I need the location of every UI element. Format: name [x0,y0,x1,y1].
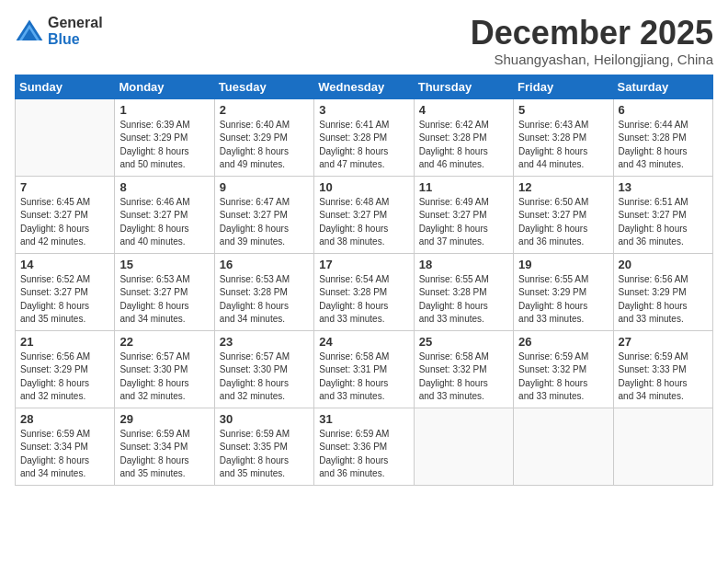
day-number: 20 [619,258,708,271]
calendar-week-4: 21Sunrise: 6:56 AM Sunset: 3:29 PM Dayli… [16,330,713,408]
day-info: Sunrise: 6:56 AM Sunset: 3:29 PM Dayligh… [20,350,109,404]
calendar-cell: 23Sunrise: 6:57 AM Sunset: 3:30 PM Dayli… [214,330,313,408]
day-info: Sunrise: 6:45 AM Sunset: 3:27 PM Dayligh… [20,196,109,249]
day-number: 5 [518,103,608,117]
calendar-week-1: 1Sunrise: 6:39 AM Sunset: 3:29 PM Daylig… [16,98,713,176]
page-header: General Blue December 2025 Shuangyashan,… [15,15,713,67]
logo: General Blue [15,15,103,48]
day-info: Sunrise: 6:49 AM Sunset: 3:27 PM Dayligh… [419,196,508,249]
col-header-sunday: Sunday [16,75,115,98]
calendar-cell: 27Sunrise: 6:59 AM Sunset: 3:33 PM Dayli… [613,330,712,408]
location-title: Shuangyashan, Heilongjiang, China [471,52,713,67]
day-info: Sunrise: 6:59 AM Sunset: 3:34 PM Dayligh… [119,428,209,481]
calendar-cell [16,98,115,176]
day-info: Sunrise: 6:57 AM Sunset: 3:30 PM Dayligh… [220,350,309,404]
day-number: 10 [319,180,408,194]
day-number: 31 [319,412,408,426]
calendar-cell [414,408,513,485]
col-header-monday: Monday [115,75,214,98]
day-number: 18 [419,258,508,271]
day-number: 29 [119,412,209,426]
day-info: Sunrise: 6:40 AM Sunset: 3:29 PM Dayligh… [220,119,309,172]
day-number: 24 [319,335,408,349]
day-info: Sunrise: 6:53 AM Sunset: 3:27 PM Dayligh… [119,273,209,327]
calendar-week-2: 7Sunrise: 6:45 AM Sunset: 3:27 PM Daylig… [16,176,713,253]
day-info: Sunrise: 6:58 AM Sunset: 3:32 PM Dayligh… [419,350,508,404]
calendar-cell: 2Sunrise: 6:40 AM Sunset: 3:29 PM Daylig… [214,98,313,176]
day-info: Sunrise: 6:52 AM Sunset: 3:27 PM Dayligh… [20,273,109,327]
calendar-cell: 1Sunrise: 6:39 AM Sunset: 3:29 PM Daylig… [115,98,214,176]
calendar-cell: 26Sunrise: 6:59 AM Sunset: 3:32 PM Dayli… [514,330,613,408]
day-number: 15 [119,258,209,271]
day-info: Sunrise: 6:56 AM Sunset: 3:29 PM Dayligh… [619,273,708,327]
day-number: 14 [20,258,109,271]
calendar-header-row: SundayMondayTuesdayWednesdayThursdayFrid… [16,75,713,98]
day-info: Sunrise: 6:54 AM Sunset: 3:28 PM Dayligh… [319,273,408,327]
col-header-thursday: Thursday [414,75,513,98]
calendar-cell: 13Sunrise: 6:51 AM Sunset: 3:27 PM Dayli… [613,176,712,253]
calendar-week-3: 14Sunrise: 6:52 AM Sunset: 3:27 PM Dayli… [16,253,713,330]
day-number: 3 [319,103,408,117]
calendar-cell: 11Sunrise: 6:49 AM Sunset: 3:27 PM Dayli… [414,176,513,253]
day-info: Sunrise: 6:59 AM Sunset: 3:34 PM Dayligh… [20,428,109,481]
day-number: 19 [518,258,608,271]
day-info: Sunrise: 6:44 AM Sunset: 3:28 PM Dayligh… [619,119,708,172]
day-info: Sunrise: 6:41 AM Sunset: 3:28 PM Dayligh… [319,119,408,172]
calendar-cell: 4Sunrise: 6:42 AM Sunset: 3:28 PM Daylig… [414,98,513,176]
calendar-cell: 10Sunrise: 6:48 AM Sunset: 3:27 PM Dayli… [314,176,414,253]
day-info: Sunrise: 6:57 AM Sunset: 3:30 PM Dayligh… [119,350,209,404]
calendar-cell: 9Sunrise: 6:47 AM Sunset: 3:27 PM Daylig… [214,176,313,253]
day-number: 11 [419,180,508,194]
calendar-cell: 12Sunrise: 6:50 AM Sunset: 3:27 PM Dayli… [514,176,613,253]
day-info: Sunrise: 6:58 AM Sunset: 3:31 PM Dayligh… [319,350,408,404]
calendar-cell: 7Sunrise: 6:45 AM Sunset: 3:27 PM Daylig… [16,176,115,253]
day-number: 13 [619,180,708,194]
day-number: 28 [20,412,109,426]
logo-icon [15,18,44,44]
calendar: SundayMondayTuesdayWednesdayThursdayFrid… [15,75,713,486]
day-number: 1 [119,103,209,117]
day-info: Sunrise: 6:59 AM Sunset: 3:36 PM Dayligh… [319,428,408,481]
day-info: Sunrise: 6:39 AM Sunset: 3:29 PM Dayligh… [119,119,209,172]
day-info: Sunrise: 6:47 AM Sunset: 3:27 PM Dayligh… [220,196,309,249]
day-info: Sunrise: 6:55 AM Sunset: 3:29 PM Dayligh… [518,273,608,327]
logo-general: General [48,15,103,30]
day-info: Sunrise: 6:59 AM Sunset: 3:35 PM Dayligh… [220,428,309,481]
logo-blue: Blue [48,31,80,47]
day-info: Sunrise: 6:59 AM Sunset: 3:33 PM Dayligh… [619,350,708,404]
calendar-cell: 22Sunrise: 6:57 AM Sunset: 3:30 PM Dayli… [115,330,214,408]
calendar-cell: 20Sunrise: 6:56 AM Sunset: 3:29 PM Dayli… [613,253,712,330]
day-info: Sunrise: 6:51 AM Sunset: 3:27 PM Dayligh… [619,196,708,249]
title-block: December 2025 Shuangyashan, Heilongjiang… [471,15,713,67]
day-info: Sunrise: 6:42 AM Sunset: 3:28 PM Dayligh… [419,119,508,172]
calendar-cell: 6Sunrise: 6:44 AM Sunset: 3:28 PM Daylig… [613,98,712,176]
day-number: 22 [119,335,209,349]
day-number: 7 [20,180,109,194]
day-info: Sunrise: 6:53 AM Sunset: 3:28 PM Dayligh… [220,273,309,327]
day-number: 17 [319,258,408,271]
calendar-cell: 18Sunrise: 6:55 AM Sunset: 3:28 PM Dayli… [414,253,513,330]
day-info: Sunrise: 6:59 AM Sunset: 3:32 PM Dayligh… [518,350,608,404]
calendar-cell: 28Sunrise: 6:59 AM Sunset: 3:34 PM Dayli… [16,408,115,485]
day-number: 26 [518,335,608,349]
calendar-cell: 24Sunrise: 6:58 AM Sunset: 3:31 PM Dayli… [314,330,414,408]
col-header-tuesday: Tuesday [214,75,313,98]
day-number: 2 [220,103,309,117]
day-number: 25 [419,335,508,349]
calendar-cell: 21Sunrise: 6:56 AM Sunset: 3:29 PM Dayli… [16,330,115,408]
day-number: 30 [220,412,309,426]
day-number: 8 [119,180,209,194]
day-info: Sunrise: 6:43 AM Sunset: 3:28 PM Dayligh… [518,119,608,172]
day-number: 27 [619,335,708,349]
calendar-cell [514,408,613,485]
calendar-cell: 3Sunrise: 6:41 AM Sunset: 3:28 PM Daylig… [314,98,414,176]
calendar-cell [613,408,712,485]
calendar-cell: 19Sunrise: 6:55 AM Sunset: 3:29 PM Dayli… [514,253,613,330]
day-number: 23 [220,335,309,349]
col-header-friday: Friday [514,75,613,98]
calendar-cell: 14Sunrise: 6:52 AM Sunset: 3:27 PM Dayli… [16,253,115,330]
day-info: Sunrise: 6:46 AM Sunset: 3:27 PM Dayligh… [119,196,209,249]
day-number: 6 [619,103,708,117]
day-number: 21 [20,335,109,349]
day-info: Sunrise: 6:55 AM Sunset: 3:28 PM Dayligh… [419,273,508,327]
